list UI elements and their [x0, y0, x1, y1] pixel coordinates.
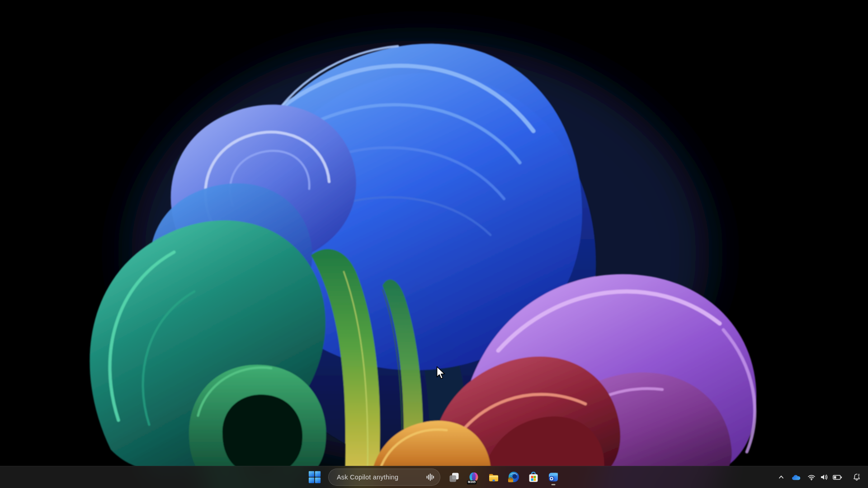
- dnd-z-glyph: z: [858, 473, 860, 476]
- desktop: Ask Copilot anything: [0, 0, 868, 488]
- taskbar: Ask Copilot anything: [0, 466, 868, 488]
- edge-icon: [508, 471, 520, 483]
- quick-settings-button[interactable]: [804, 468, 845, 486]
- battery-icon: [833, 474, 842, 480]
- outlook-running-indicator: [552, 484, 556, 485]
- windows-logo-icon: [308, 471, 321, 483]
- task-view-button[interactable]: [445, 468, 463, 486]
- onedrive-button[interactable]: [788, 468, 804, 486]
- wifi-icon: [807, 474, 816, 481]
- microsoft-store-button[interactable]: [524, 468, 542, 486]
- taskbar-center-group: Ask Copilot anything: [306, 466, 562, 488]
- copilot-search-box[interactable]: Ask Copilot anything: [328, 469, 440, 486]
- onedrive-cloud-icon: [791, 474, 801, 481]
- do-not-disturb-button[interactable]: z: [849, 468, 864, 486]
- voice-waveform-icon[interactable]: [426, 473, 434, 482]
- file-explorer-icon: [488, 471, 500, 483]
- hidden-icons-button[interactable]: [774, 468, 788, 486]
- copilot-m365-button[interactable]: M365: [465, 468, 483, 486]
- chevron-up-icon: [778, 474, 785, 481]
- file-explorer-button[interactable]: [485, 468, 503, 486]
- system-tray: z: [774, 466, 864, 488]
- outlook-button[interactable]: [544, 468, 562, 486]
- battery-fill: [834, 476, 836, 478]
- start-button[interactable]: [306, 468, 324, 486]
- task-view-icon: [448, 472, 460, 483]
- wallpaper-bloom: [0, 0, 868, 488]
- m365-badge: M365: [467, 480, 476, 485]
- bell-dnd-icon: z: [852, 473, 861, 482]
- search-placeholder-text: Ask Copilot anything: [337, 474, 398, 481]
- outlook-icon: [547, 471, 559, 483]
- volume-icon: [820, 473, 828, 481]
- microsoft-store-icon: [528, 471, 539, 483]
- edge-button[interactable]: [505, 468, 523, 486]
